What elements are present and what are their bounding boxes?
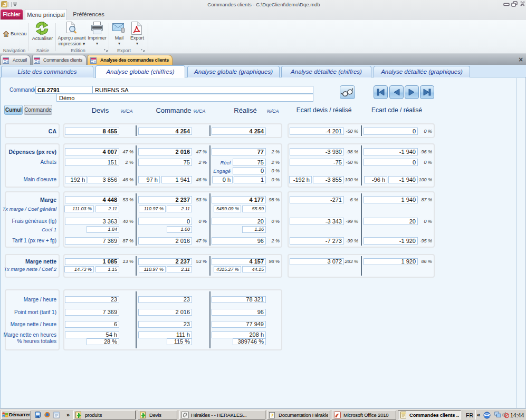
svg-text:?: ? (271, 412, 274, 418)
